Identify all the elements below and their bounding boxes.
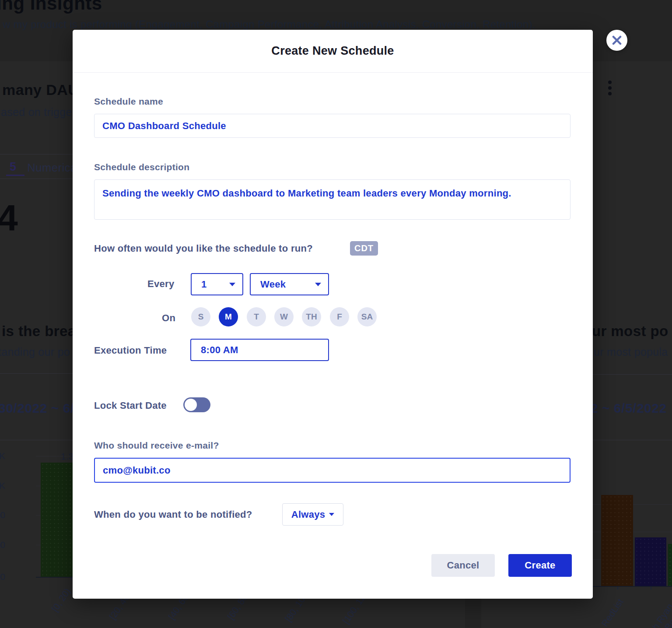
unit-value: Week xyxy=(260,279,286,290)
left-section-heading: is the brea xyxy=(2,323,76,340)
close-button[interactable] xyxy=(606,30,627,51)
notify-dropdown[interactable]: Always xyxy=(282,503,343,526)
schedule-description-label: Schedule description xyxy=(94,162,189,172)
lock-start-date-toggle[interactable] xyxy=(183,397,210,412)
kebab-menu-icon xyxy=(608,92,612,95)
schedule-description-input[interactable]: Sending the weekly CMO dashboard to Mark… xyxy=(94,179,570,220)
y-axis-tick: K xyxy=(0,451,5,461)
tab-numerical-count: 5 xyxy=(10,160,16,174)
y-axis-tick: K xyxy=(0,481,5,491)
day-sunday[interactable]: S xyxy=(191,307,210,326)
axis-tickmark xyxy=(71,578,72,580)
schedule-description-value: Sending the weekly CMO dashboard to Mark… xyxy=(102,186,553,201)
execution-time-input[interactable]: 8:00 AM xyxy=(190,339,329,361)
cancel-button[interactable]: Cancel xyxy=(431,554,495,577)
bar-brown xyxy=(601,495,633,586)
chevron-down-icon xyxy=(329,513,334,516)
right-section-heading: ur most po xyxy=(592,323,668,340)
recipients-label: Who should receive e-mail? xyxy=(94,440,219,451)
day-monday-selected[interactable]: M xyxy=(219,307,238,326)
tab-active-underline xyxy=(6,175,24,176)
recipients-value: cmo@kubit.co xyxy=(103,459,570,482)
page-title: ing Insights xyxy=(0,0,102,14)
execution-time-label: Execution Time xyxy=(94,345,167,356)
header-divider xyxy=(73,72,593,73)
unit-dropdown[interactable]: Week xyxy=(250,273,329,295)
page-subtitle: w my product is performing (Engagement, … xyxy=(3,18,536,31)
left-card-subheading: ased on trigge xyxy=(1,106,72,119)
day-saturday[interactable]: SA xyxy=(357,307,377,326)
close-icon xyxy=(612,35,622,45)
interval-value: 1 xyxy=(201,279,207,290)
y-axis-tick: 0 xyxy=(0,572,5,582)
left-section-subheading: tanding our po xyxy=(0,346,70,358)
y-axis-tick: 0 xyxy=(0,540,5,550)
screen: ing Insights w my product is performing … xyxy=(0,0,672,628)
frequency-question: How often would you like the schedule to… xyxy=(94,243,313,254)
schedule-name-value: CMO Dashboard Schedule xyxy=(102,114,570,137)
chevron-down-icon xyxy=(229,283,235,286)
create-schedule-dialog: Create New Schedule Schedule name CMO Da… xyxy=(73,30,593,599)
kebab-menu-icon xyxy=(608,86,612,90)
y-axis-tick: 0 xyxy=(0,510,5,520)
right-date-range: 2 ~ 6/5/2022 xyxy=(591,401,667,416)
every-label: Every xyxy=(147,278,174,290)
day-friday[interactable]: F xyxy=(330,307,349,326)
lock-start-date-label: Lock Start Date xyxy=(94,400,167,411)
day-wednesday[interactable]: W xyxy=(274,307,294,326)
axis-tickmark xyxy=(651,587,651,589)
recipients-input[interactable]: cmo@kubit.co xyxy=(94,458,570,483)
timezone-badge: CDT xyxy=(350,241,378,256)
bar-navy xyxy=(635,537,666,586)
execution-time-value: 8:00 AM xyxy=(201,344,238,356)
dialog-title: Create New Schedule xyxy=(73,30,593,72)
bar-green xyxy=(668,544,672,586)
day-tuesday[interactable]: T xyxy=(247,307,266,326)
bar-value-label: 1.3 xyxy=(61,451,74,462)
notify-label: When do you want to be notified? xyxy=(94,509,252,520)
interval-dropdown[interactable]: 1 xyxy=(191,273,243,295)
kebab-menu-icon[interactable] xyxy=(608,81,612,84)
on-label: On xyxy=(162,312,175,324)
day-thursday[interactable]: TH xyxy=(302,307,321,326)
axis-tickmark xyxy=(617,587,618,589)
right-section-subheading: ur most popula xyxy=(594,346,668,358)
metric-big-number: 4 xyxy=(0,197,18,239)
schedule-name-input[interactable]: CMO Dashboard Schedule xyxy=(94,114,570,138)
chevron-down-icon xyxy=(315,283,321,286)
create-button[interactable]: Create xyxy=(508,554,572,577)
notify-value: Always xyxy=(291,509,326,520)
schedule-name-label: Schedule name xyxy=(94,96,163,107)
toggle-knob xyxy=(185,399,197,411)
tab-numerical[interactable]: Numerica xyxy=(27,161,77,175)
